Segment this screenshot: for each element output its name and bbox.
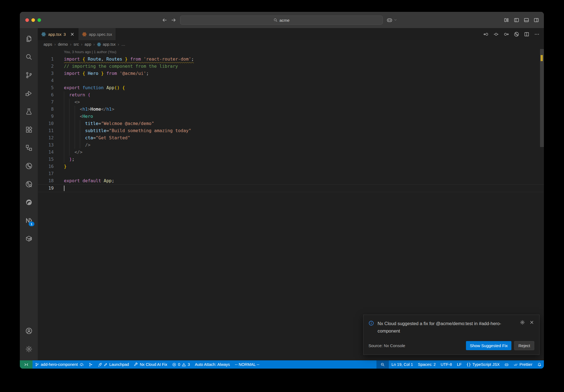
code-line-8[interactable]: 8<h1>Home</h1> xyxy=(38,106,544,113)
activity-gitlens-inspect[interactable] xyxy=(20,175,38,193)
status-remote-indicator[interactable] xyxy=(20,360,32,369)
open-next-change-icon[interactable] xyxy=(504,32,509,37)
activity-source-control[interactable] xyxy=(20,66,38,84)
activity-edge-browser[interactable] xyxy=(20,193,38,211)
scrollbar-thumb[interactable] xyxy=(540,49,544,147)
tab-app.spec.tsx[interactable]: app.spec.tsx xyxy=(78,28,116,40)
activity-nx-console[interactable]: 1 xyxy=(20,211,38,230)
open-previous-change-icon[interactable] xyxy=(483,32,489,37)
pipelines-icon xyxy=(25,162,32,170)
status-notifications-bell[interactable] xyxy=(535,360,544,369)
command-center-search[interactable]: acme xyxy=(180,15,383,24)
status-copilot-status[interactable] xyxy=(502,360,511,369)
open-change-icon[interactable] xyxy=(494,32,499,37)
activity-accounts[interactable] xyxy=(20,322,38,340)
code-line-10[interactable]: 10title="Welcmoe @acme/demo" xyxy=(38,120,544,127)
breadcrumb-item-demo[interactable]: demo xyxy=(58,42,68,47)
code-line-19[interactable]: 19 xyxy=(38,184,544,192)
status-vim-mode[interactable]: -- NORMAL -- xyxy=(232,360,262,369)
gitlens-graph-icon[interactable] xyxy=(514,32,519,37)
breadcrumb-file[interactable]: app.tsx xyxy=(97,42,116,47)
activity-search[interactable] xyxy=(20,48,38,66)
status-launchpad[interactable]: Launchpad xyxy=(95,360,132,369)
more-actions-icon[interactable] xyxy=(534,32,539,37)
reject-button[interactable]: Reject xyxy=(514,341,534,350)
code-line-2[interactable]: 2// importing the component from the lib… xyxy=(38,63,544,70)
activity-badge: 1 xyxy=(29,222,34,226)
status-zoom-indicator[interactable] xyxy=(376,360,389,369)
code-editor[interactable]: You, 3 hours ago | 1 author (You) 1impor… xyxy=(38,48,544,360)
status-encoding[interactable]: UTF-8 xyxy=(438,360,454,369)
project-hierarchy-icon xyxy=(25,144,32,151)
zoom-window-button[interactable] xyxy=(37,18,41,22)
code-line-13[interactable]: 13/> xyxy=(38,141,544,149)
commit-graph-icon xyxy=(89,363,93,367)
status-prettier[interactable]: Prettier xyxy=(511,360,535,369)
text-cursor xyxy=(64,186,64,191)
close-window-button[interactable] xyxy=(25,18,29,22)
forward-icon[interactable] xyxy=(171,17,176,23)
activity-run-and-debug[interactable] xyxy=(20,84,38,102)
activity-settings[interactable] xyxy=(20,340,38,358)
status-language-mode[interactable]: {}TypeScript JSX xyxy=(464,360,502,369)
code-line-1[interactable]: 1import { Route, Routes } from 'react-ro… xyxy=(38,56,544,63)
activity-project-hierarchy[interactable] xyxy=(20,139,38,157)
breadcrumb-item-src[interactable]: src xyxy=(74,42,79,47)
code-line-12[interactable]: 12cta="Get Started" xyxy=(38,134,544,141)
status-nx-cloud-ai-fix[interactable]: Nx Cloud AI Fix xyxy=(131,360,170,369)
tab-app.tsx[interactable]: app.tsx3 xyxy=(38,28,78,40)
toggle-secondary-sidebar-icon[interactable] xyxy=(534,17,539,23)
status-problems[interactable]: 03 xyxy=(170,360,192,369)
line-number: 13 xyxy=(38,141,54,149)
line-content: title="Welcmoe @acme/demo" xyxy=(64,120,544,127)
code-line-4[interactable]: 4 xyxy=(38,77,544,84)
status-cursor-position[interactable]: Ln 19, Col 1 xyxy=(389,360,415,369)
status-indentation[interactable]: Spaces: 2 xyxy=(416,360,438,369)
status-git-branch[interactable]: add-hero-component xyxy=(32,360,86,369)
breadcrumb-separator: › xyxy=(118,42,119,47)
minimize-window-button[interactable] xyxy=(31,18,35,22)
activity-containers[interactable] xyxy=(20,230,38,248)
react-icon xyxy=(82,32,87,37)
code-line-7[interactable]: 7<> xyxy=(38,99,544,106)
tab-close-icon[interactable] xyxy=(70,32,75,37)
activity-pipelines[interactable] xyxy=(20,157,38,175)
notification-settings-icon[interactable] xyxy=(520,320,525,325)
testing-icon xyxy=(25,108,32,115)
code-line-15[interactable]: 15); xyxy=(38,156,544,163)
code-line-3[interactable]: 3import { Hero } from '@acme/ui'; xyxy=(38,70,544,77)
code-line-17[interactable]: 17 xyxy=(38,170,544,177)
status-commit-graph[interactable] xyxy=(86,360,95,369)
code-line-16[interactable]: 16} xyxy=(38,163,544,170)
indent-guide xyxy=(64,156,69,163)
toggle-primary-sidebar-icon[interactable] xyxy=(514,17,519,23)
status-auto-attach[interactable]: Auto Attach: Always xyxy=(192,360,232,369)
code-line-5[interactable]: 5export function App() { xyxy=(38,84,544,91)
toggle-panel-icon[interactable] xyxy=(524,17,529,23)
code-line-11[interactable]: 11subtitle="Build something amazing toda… xyxy=(38,127,544,134)
activity-explorer[interactable] xyxy=(20,30,38,48)
indent-guide xyxy=(69,141,74,149)
indent-guide xyxy=(69,120,74,127)
back-icon[interactable] xyxy=(162,17,167,23)
line-content xyxy=(64,185,544,192)
line-number: 9 xyxy=(38,113,54,120)
breadcrumb-item-apps[interactable]: apps xyxy=(44,42,52,47)
show-suggested-fix-button[interactable]: Show Suggested Fix xyxy=(466,341,512,350)
activity-testing[interactable] xyxy=(20,102,38,121)
code-line-18[interactable]: 18export default App; xyxy=(38,177,544,184)
split-editor-icon[interactable] xyxy=(524,32,529,37)
line-number: 18 xyxy=(38,177,54,184)
code-line-14[interactable]: 14</> xyxy=(38,149,544,156)
line-number: 17 xyxy=(38,170,54,177)
breadcrumb-item-app[interactable]: app xyxy=(85,42,91,47)
activity-extensions[interactable] xyxy=(20,121,38,139)
copilot-menu[interactable] xyxy=(387,17,397,23)
notification-close-icon[interactable] xyxy=(529,320,534,325)
status-eol[interactable]: LF xyxy=(454,360,464,369)
code-line-6[interactable]: 6return ( xyxy=(38,91,544,99)
line-content: } xyxy=(64,163,544,170)
code-line-9[interactable]: 9<Hero xyxy=(38,113,544,120)
breadcrumb[interactable]: apps›demo›src›app›app.tsx›… xyxy=(38,40,544,48)
customize-layout-icon[interactable] xyxy=(504,17,509,23)
